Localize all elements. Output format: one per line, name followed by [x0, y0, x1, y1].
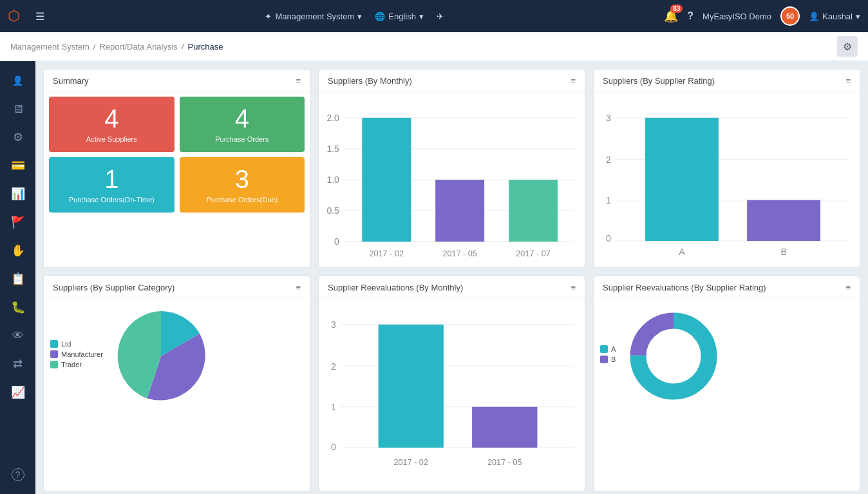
- sidebar-item-card[interactable]: 💳: [4, 153, 32, 178]
- notifications-btn[interactable]: 🔔 83: [664, 9, 678, 23]
- purchase-orders-ontime-value: 1: [55, 166, 168, 192]
- card-icon: 💳: [11, 158, 25, 173]
- breadcrumb-analysis[interactable]: Report/Data Analysis: [99, 42, 177, 52]
- pie-chart-svg: [109, 305, 212, 408]
- sidebar-item-flag[interactable]: 🚩: [4, 209, 32, 235]
- svg-text:2017 - 07: 2017 - 07: [516, 249, 550, 258]
- purchase-orders-due-value: 3: [186, 166, 299, 192]
- svg-text:1.5: 1.5: [327, 144, 340, 154]
- flag-icon: 🚩: [11, 215, 25, 229]
- summary-menu-icon[interactable]: ≡: [296, 76, 301, 86]
- sidebar-item-dashboard[interactable]: 👤: [4, 68, 32, 93]
- purchase-orders-due-label: Purchase Orders(Due): [186, 196, 299, 204]
- svg-text:2017 - 05: 2017 - 05: [487, 458, 522, 467]
- screen-icon: 🖥: [12, 102, 24, 116]
- svg-text:1: 1: [331, 402, 336, 412]
- reevaluations-monthly-header: Supplier Reevaluations (By Monthly) ≡: [319, 276, 585, 298]
- bar-2017-02: [362, 118, 411, 242]
- sidebar-item-process[interactable]: ⚙: [4, 124, 32, 150]
- clipboard-icon: 📋: [11, 272, 25, 286]
- reevaluations-monthly-menu[interactable]: ≡: [571, 283, 576, 292]
- suppliers-monthly-title: Suppliers (By Monthly): [328, 76, 412, 86]
- user-icon: 👤: [809, 12, 819, 21]
- svg-text:3: 3: [606, 113, 611, 123]
- sidebar-item-chart[interactable]: 📊: [4, 181, 32, 207]
- reevaluations-rating-legend: A B: [600, 345, 616, 363]
- reevaluations-rating-card: Supplier Reevaluations (By Supplier Rati…: [593, 276, 860, 491]
- globe-icon: 🌐: [375, 12, 385, 21]
- sidebar-item-clipboard[interactable]: 📋: [4, 266, 32, 292]
- management-system-label: Management System: [275, 12, 354, 21]
- settings-button[interactable]: ⚙: [837, 36, 858, 57]
- bar-2017-07: [509, 180, 558, 242]
- suppliers-category-header: Suppliers (By Supplier Category) ≡: [44, 276, 310, 298]
- reevaluations-monthly-card: Supplier Reevaluations (By Monthly) ≡ 3 …: [318, 276, 585, 491]
- purchase-orders-due-tile[interactable]: 3 Purchase Orders(Due): [180, 157, 305, 213]
- sidebar-item-help[interactable]: ?: [4, 462, 32, 488]
- suppliers-monthly-svg: 2.0 1.5 1.0 0.5 0: [321, 97, 582, 260]
- dashboard-grid-row2: Suppliers (By Supplier Category) ≡ Ltd M…: [43, 276, 860, 491]
- legend-dot-ltd: [50, 340, 58, 348]
- active-suppliers-value: 4: [55, 106, 168, 131]
- purchase-orders-ontime-label: Purchase Orders(On-Time): [55, 196, 168, 204]
- svg-text:3: 3: [331, 319, 336, 330]
- reevaluations-rating-chart: A B: [594, 298, 860, 414]
- sidebar-item-hand[interactable]: ✋: [4, 238, 32, 263]
- sidebar-item-eye[interactable]: 👁: [4, 323, 32, 348]
- suppliers-rating-header: Suppliers (By Supplier Rating) ≡: [594, 70, 860, 91]
- legend-manufacturer: Manufacturer: [50, 350, 103, 358]
- legend-B-label: B: [611, 356, 616, 363]
- purchase-orders-label: Purchase Orders: [186, 135, 299, 143]
- user-menu-btn[interactable]: 👤 Kaushal ▾: [809, 12, 860, 21]
- legend-A-label: A: [611, 345, 616, 353]
- sidebar-item-transfer[interactable]: ⇄: [4, 351, 32, 377]
- dashboard-icon: 👤: [12, 75, 23, 86]
- right-nav-items: 🔔 83 ? MyEasyISO Demo 50 👤 Kaushal ▾: [664, 6, 860, 26]
- sidebar-item-bug[interactable]: 🐛: [4, 294, 32, 320]
- gear-icon: ✦: [265, 12, 272, 21]
- purchase-orders-tile[interactable]: 4 Purchase Orders: [180, 97, 305, 152]
- management-system-btn[interactable]: ✦ Management System ▾: [265, 12, 362, 21]
- language-label: English: [388, 12, 416, 21]
- chevron-down-icon: ▾: [357, 12, 362, 21]
- legend-manufacturer-label: Manufacturer: [61, 350, 103, 358]
- sidebar: 👤 🖥 ⚙ 💳 📊 🚩 ✋ 📋 🐛 👁 ⇄ 📈 ?: [0, 61, 35, 494]
- reevaluations-rating-menu[interactable]: ≡: [845, 283, 851, 292]
- sub-navigation: Management System / Report/Data Analysis…: [0, 32, 868, 61]
- legend-dot-A: [600, 345, 608, 353]
- suppliers-category-menu[interactable]: ≡: [296, 283, 301, 292]
- suppliers-rating-chart: 3 2 1 0 A B: [594, 91, 860, 267]
- language-btn[interactable]: 🌐 English ▾: [375, 12, 424, 21]
- breadcrumb-home[interactable]: Management System: [10, 42, 90, 52]
- suppliers-category-chart: Ltd Manufacturer Trader: [44, 298, 310, 414]
- help-sidebar-icon: ?: [12, 468, 24, 481]
- legend-trader-label: Trader: [61, 361, 82, 368]
- legend-dot-trader: [50, 361, 58, 368]
- bug-icon: 🐛: [11, 300, 25, 314]
- help-btn[interactable]: ?: [687, 10, 693, 22]
- svg-text:0: 0: [606, 233, 611, 243]
- app-logo-icon[interactable]: ⬡: [8, 8, 20, 24]
- legend-dot-B: [600, 356, 608, 363]
- hamburger-icon[interactable]: ☰: [35, 10, 44, 23]
- svg-text:2: 2: [606, 155, 611, 165]
- main-content: Summary ≡ 4 Active Suppliers 4 Purchase …: [35, 61, 868, 494]
- bar-rating-B: [747, 200, 820, 241]
- summary-tiles: 4 Active Suppliers 4 Purchase Orders 1 P…: [44, 91, 310, 218]
- active-suppliers-tile[interactable]: 4 Active Suppliers: [49, 97, 175, 152]
- network-btn[interactable]: ✈: [437, 12, 444, 21]
- active-suppliers-label: Active Suppliers: [55, 135, 168, 143]
- suppliers-rating-menu[interactable]: ≡: [845, 76, 851, 86]
- svg-text:1: 1: [606, 195, 611, 205]
- breadcrumb-purchase[interactable]: Purchase: [188, 42, 223, 52]
- suppliers-monthly-menu[interactable]: ≡: [571, 76, 576, 86]
- suppliers-rating-svg: 3 2 1 0 A B: [596, 97, 857, 260]
- sidebar-item-trend[interactable]: 📈: [4, 379, 32, 405]
- sidebar-item-screen[interactable]: 🖥: [4, 96, 32, 122]
- suppliers-monthly-chart: 2.0 1.5 1.0 0.5 0: [319, 91, 585, 267]
- purchase-orders-ontime-tile[interactable]: 1 Purchase Orders(On-Time): [49, 157, 175, 213]
- suppliers-category-legend: Ltd Manufacturer Trader: [50, 340, 103, 368]
- legend-B: B: [600, 356, 616, 363]
- suppliers-monthly-header: Suppliers (By Monthly) ≡: [319, 70, 585, 91]
- svg-text:2017 - 02: 2017 - 02: [370, 249, 404, 258]
